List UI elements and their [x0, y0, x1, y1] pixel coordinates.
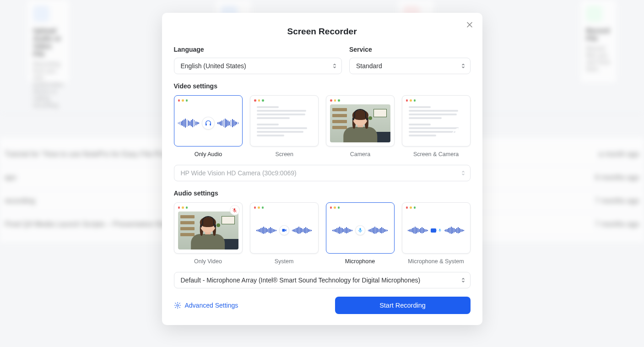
microphone-device-select[interactable]: Default - Microphone Array (Intel® Smart…: [174, 272, 471, 288]
waveform-icon: [444, 227, 464, 234]
language-select[interactable]: English (United States): [174, 58, 342, 74]
microphone-device-value: Default - Microphone Array (Intel® Smart…: [181, 277, 421, 284]
video-settings-label: Video settings: [174, 82, 471, 90]
audio-option-mic-system[interactable]: [402, 202, 471, 254]
video-option-screen-camera[interactable]: [402, 95, 471, 146]
camera-preview-image: [178, 211, 238, 250]
waveform-icon: [178, 119, 199, 128]
waveform-icon: [408, 227, 428, 234]
window-dots-icon: [406, 206, 466, 209]
camera-thumbnail: [453, 129, 467, 143]
chevron-updown-icon: [461, 170, 465, 176]
video-settings-options: Only Audio Screen: [174, 95, 471, 157]
mic-muted-icon: [230, 206, 239, 215]
window-dots-icon: [406, 99, 466, 102]
audio-option-label: Microphone: [345, 258, 375, 265]
svg-rect-5: [359, 228, 361, 231]
camera-preview-image: [330, 104, 390, 143]
headphones-icon: [202, 117, 215, 130]
window-dots-icon: [254, 99, 314, 102]
video-option-label: Only Audio: [195, 151, 222, 157]
chevron-updown-icon: [332, 63, 337, 69]
audio-settings-options: Only Video System: [174, 202, 471, 265]
svg-rect-1: [210, 124, 211, 126]
video-icon: [279, 225, 289, 235]
screen-recorder-modal: Screen Recorder Language English (United…: [162, 13, 482, 325]
svg-point-9: [177, 304, 179, 306]
waveform-icon: [256, 227, 276, 234]
advanced-settings-link[interactable]: Advanced Settings: [174, 302, 238, 309]
service-label: Service: [349, 46, 471, 53]
video-mic-icon: [431, 228, 442, 233]
audio-option-system[interactable]: [250, 202, 319, 254]
window-dots-icon: [178, 99, 239, 102]
audio-option-label: Microphone & System: [408, 258, 464, 265]
microphone-icon: [355, 225, 365, 235]
service-select[interactable]: Standard: [349, 58, 471, 74]
service-value: Standard: [356, 62, 382, 70]
video-option-only-audio[interactable]: [174, 95, 243, 146]
waveform-icon: [217, 119, 238, 128]
language-value: English (United States): [181, 62, 246, 70]
camera-device-value: HP Wide Vision HD Camera (30c9:0069): [181, 169, 297, 177]
gear-icon: [174, 302, 181, 309]
video-option-label: Screen: [275, 151, 293, 157]
close-icon: [466, 22, 473, 28]
video-option-label: Camera: [350, 151, 370, 157]
svg-rect-7: [439, 229, 440, 231]
language-label: Language: [174, 46, 342, 53]
window-dots-icon: [178, 206, 238, 209]
modal-title: Screen Recorder: [174, 27, 471, 37]
svg-rect-4: [282, 229, 285, 232]
window-dots-icon: [254, 206, 314, 209]
advanced-settings-label: Advanced Settings: [185, 302, 238, 309]
camera-device-select[interactable]: HP Wide Vision HD Camera (30c9:0069): [174, 165, 471, 181]
audio-option-only-video[interactable]: [174, 202, 243, 254]
video-option-label: Screen & Camera: [413, 151, 459, 157]
start-recording-button[interactable]: Start Recording: [335, 297, 471, 314]
video-option-camera[interactable]: [326, 95, 395, 146]
waveform-icon: [368, 227, 388, 234]
audio-option-label: Only Video: [194, 258, 222, 265]
window-dots-icon: [330, 206, 390, 209]
audio-settings-label: Audio settings: [174, 190, 471, 197]
chevron-updown-icon: [461, 277, 465, 283]
chevron-updown-icon: [461, 63, 465, 69]
window-dots-icon: [330, 99, 390, 102]
svg-rect-0: [206, 124, 207, 126]
audio-option-microphone[interactable]: [326, 202, 395, 254]
close-button[interactable]: [464, 19, 475, 30]
waveform-icon: [292, 227, 312, 234]
audio-option-label: System: [275, 258, 294, 265]
waveform-icon: [332, 227, 352, 234]
video-option-screen[interactable]: [250, 95, 319, 146]
document-skeleton-icon: [254, 104, 314, 136]
